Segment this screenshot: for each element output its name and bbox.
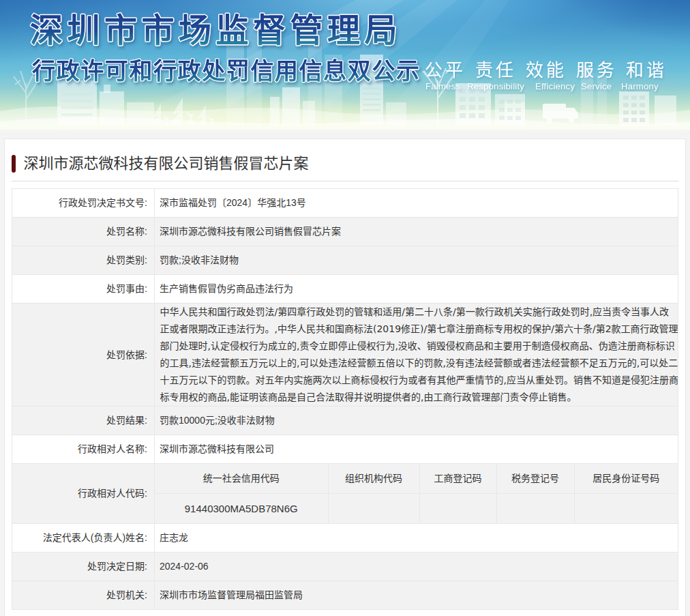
table-row: 处罚事由:生产销售假冒伪劣商品违法行为 <box>12 275 678 304</box>
credit-code-header-row: 统一社会信用代码组织机构代码工商登记码税务登记号居民身份证号码 <box>155 464 678 494</box>
row-value: 深圳市市场监督管理局福田监管局 <box>155 581 678 610</box>
banner-title: 深圳市市场监督管理局 <box>30 12 402 48</box>
credit-code-value <box>328 494 419 524</box>
row-label: 处罚依据: <box>12 304 155 407</box>
case-title: 深圳市源芯微科技有限公司销售假冒芯片案 <box>24 155 309 173</box>
credit-code-value <box>496 494 574 524</box>
table-row: 处罚机关:深圳市市场监督管理局福田监管局 <box>12 581 678 610</box>
banner-graphic: 深圳市市场监督管理局 行政许可和行政处罚信用信息双公示 公平 责任 效能 服务 … <box>0 0 690 130</box>
table-row: 处罚决定日期:2024-02-06 <box>12 553 678 581</box>
row-label: 处罚机关: <box>12 581 155 610</box>
slogan-word-cn: 效能 <box>526 60 567 80</box>
row-value: 深市监福处罚〔2024〕华强北13号 <box>155 189 678 218</box>
content-card: 深圳市源芯微科技有限公司销售假冒芯片案 行政处罚决定书文号:深市监福处罚〔202… <box>4 138 686 616</box>
row-value: 2024-02-06 <box>155 553 678 581</box>
banner-slogan-en: Faimess Responsibility Efficiency Servic… <box>425 81 659 91</box>
penalty-table-body: 行政处罚决定书文号:深市监福处罚〔2024〕华强北13号处罚名称:深圳市源芯微科… <box>12 189 678 610</box>
row-value: 深圳市源芯微科技有限公司 <box>155 435 678 464</box>
slogan-word-en: Service <box>581 81 612 91</box>
row-label: 行政处罚决定书文号: <box>12 189 155 218</box>
credit-code-header: 居民身份证号码 <box>574 464 678 494</box>
site-banner: 深圳市市场监督管理局 行政许可和行政处罚信用信息双公示 公平 责任 效能 服务 … <box>0 0 690 130</box>
slogan-word-cn: 和谐 <box>626 60 667 80</box>
table-row: 处罚依据:中华人民共和国行政处罚法/第四章行政处罚的管辖和适用/第二十八条/第一… <box>12 304 678 407</box>
table-row: 行政相对人名称:深圳市源芯微科技有限公司 <box>12 435 678 464</box>
credit-code-value: 91440300MA5DB78N6G <box>155 494 328 524</box>
banner-subtitle: 行政许可和行政处罚信用信息双公示 <box>32 58 421 84</box>
penalty-info-table: 行政处罚决定书文号:深市监福处罚〔2024〕华强北13号处罚名称:深圳市源芯微科… <box>12 188 678 610</box>
row-label: 行政相对人名称: <box>12 435 155 464</box>
title-accent-bar <box>12 155 16 173</box>
row-label: 处罚决定日期: <box>12 553 155 581</box>
row-value: 中华人民共和国行政处罚法/第四章行政处罚的管辖和适用/第二十八条/第一款行政机关… <box>155 304 678 407</box>
case-title-bar: 深圳市源芯微科技有限公司销售假冒芯片案 <box>12 139 678 181</box>
row-value: 深圳市源芯微科技有限公司销售假冒芯片案 <box>155 218 678 246</box>
credit-code-value <box>419 494 496 524</box>
row-value: 庄志龙 <box>155 524 678 553</box>
table-row: 法定代表人(负责人)姓名:庄志龙 <box>12 524 678 553</box>
credit-code-table: 统一社会信用代码组织机构代码工商登记码税务登记号居民身份证号码91440300M… <box>155 464 678 523</box>
slogan-word-en: Harmony <box>621 81 659 91</box>
slogan-word-cn: 公平 <box>425 60 466 80</box>
row-label: 处罚类别: <box>12 246 155 275</box>
credit-code-header: 组织机构代码 <box>328 464 419 494</box>
table-row: 行政处罚决定书文号:深市监福处罚〔2024〕华强北13号 <box>12 189 678 218</box>
credit-code-header: 工商登记码 <box>419 464 496 494</box>
table-row: 处罚类别:罚款;没收非法财物 <box>12 246 678 275</box>
row-label: 处罚名称: <box>12 218 155 246</box>
table-row: 行政相对人代码:统一社会信用代码组织机构代码工商登记码税务登记号居民身份证号码9… <box>12 464 678 524</box>
row-label: 行政相对人代码: <box>12 464 155 524</box>
banner-slogan: 公平 责任 效能 服务 和谐 Faimess Responsibility Ef… <box>425 60 667 91</box>
slogan-word-en: Faimess <box>425 81 460 91</box>
credit-code-header: 统一社会信用代码 <box>155 464 328 494</box>
slogan-word-cn: 责任 <box>475 60 516 80</box>
table-row: 处罚名称:深圳市源芯微科技有限公司销售假冒芯片案 <box>12 218 678 246</box>
slogan-word-cn: 服务 <box>576 60 617 80</box>
row-value: 统一社会信用代码组织机构代码工商登记码税务登记号居民身份证号码91440300M… <box>155 464 678 524</box>
credit-code-value <box>574 494 678 524</box>
credit-code-value-row: 91440300MA5DB78N6G <box>155 494 678 524</box>
row-value-text: 中华人民共和国行政处罚法/第四章行政处罚的管辖和适用/第二十八条/第一款行政机关… <box>160 304 679 406</box>
credit-code-header: 税务登记号 <box>496 464 574 494</box>
row-label: 法定代表人(负责人)姓名: <box>12 524 155 553</box>
banner-slogan-cn: 公平 责任 效能 服务 和谐 <box>425 60 667 80</box>
row-value: 生产销售假冒伪劣商品违法行为 <box>155 275 678 304</box>
table-row: 处罚结果:罚款10000元;没收非法财物 <box>12 407 678 435</box>
slogan-word-en: Responsibility <box>467 81 524 91</box>
row-value: 罚款10000元;没收非法财物 <box>155 407 678 435</box>
row-label: 处罚结果: <box>12 407 155 435</box>
row-label: 处罚事由: <box>12 275 155 304</box>
slogan-word-en: Efficiency <box>535 81 575 91</box>
row-value: 罚款;没收非法财物 <box>155 246 678 275</box>
